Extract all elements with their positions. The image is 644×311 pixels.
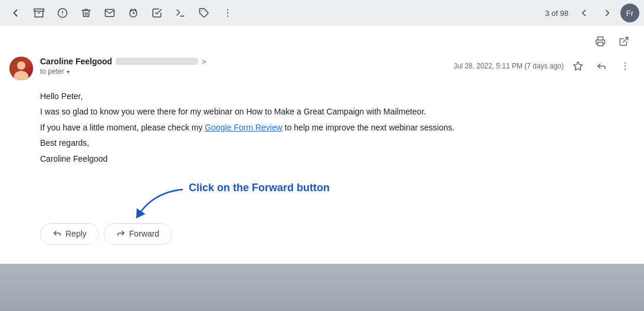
star-button[interactable] (569, 57, 587, 76)
forward-annotation: Click on the Forward button (0, 177, 644, 218)
to-text: to peter (40, 67, 64, 76)
email-actions-bar (0, 26, 644, 54)
next-email-button[interactable] (597, 2, 618, 24)
annotation-arrow (106, 186, 201, 219)
signature: Caroline Feelgood (40, 152, 604, 165)
email-container: Caroline Feelgood > to peter ▾ Jul 28, 2… (0, 26, 644, 264)
svg-line-14 (623, 37, 628, 42)
body-line2-after: to help me improve the next webinar sess… (282, 123, 455, 132)
more-email-options-button[interactable] (616, 57, 635, 76)
sender-email-end: > (202, 57, 206, 66)
print-button[interactable] (590, 31, 611, 52)
reply-button[interactable]: Reply (40, 223, 99, 245)
reply-header-button[interactable] (592, 57, 611, 76)
svg-point-10 (227, 9, 228, 11)
email-meta-right: Jul 28, 2022, 5:11 PM (7 days ago) (454, 57, 635, 76)
body-line2: If you have a little moment, please chec… (40, 121, 604, 134)
move-to-button[interactable] (170, 2, 191, 24)
to-row: to peter ▾ (40, 67, 446, 76)
forward-label: Forward (129, 229, 159, 238)
body-line2-before: If you have a little moment, please chec… (40, 123, 205, 132)
forward-icon (116, 228, 126, 240)
reply-label: Reply (65, 229, 87, 238)
sender-avatar (9, 57, 33, 80)
expand-recipients-icon[interactable]: ▾ (67, 68, 70, 75)
email-counter: 3 of 98 (545, 9, 569, 18)
closing: Best regards, (40, 136, 604, 149)
spam-button[interactable] (52, 2, 73, 24)
svg-marker-15 (574, 62, 583, 70)
back-button[interactable] (5, 2, 26, 24)
svg-point-12 (227, 15, 228, 17)
forward-button[interactable]: Forward (104, 223, 172, 245)
svg-rect-13 (598, 42, 603, 46)
label-button[interactable] (193, 2, 215, 24)
mark-unread-button[interactable] (99, 2, 120, 24)
user-account-button[interactable]: Fr (620, 4, 639, 22)
previous-email-button[interactable] (573, 2, 594, 24)
archive-button[interactable] (28, 2, 50, 24)
toolbar-right: 3 of 98 Fr (545, 2, 639, 24)
open-in-new-window-button[interactable] (613, 31, 635, 52)
add-task-button[interactable] (146, 2, 167, 24)
svg-rect-0 (34, 9, 44, 11)
email-reply-row: Reply Forward (0, 218, 644, 254)
email-body: Hello Peter, I was so glad to know you w… (0, 85, 644, 177)
svg-point-18 (625, 68, 626, 70)
sender-name: Caroline Feelgood (40, 57, 112, 66)
bg-bottom-image (0, 264, 644, 311)
reply-icon (52, 228, 62, 240)
annotation-text: Click on the Forward button (189, 182, 330, 194)
greeting: Hello Peter, (40, 90, 604, 103)
sender-name-row: Caroline Feelgood > (40, 57, 446, 66)
toolbar: 3 of 98 Fr (0, 0, 644, 26)
svg-point-11 (227, 12, 228, 14)
toolbar-left (5, 2, 545, 24)
google-form-link[interactable]: Google Form Review (205, 123, 282, 132)
delete-button[interactable] (75, 2, 97, 24)
snooze-button[interactable] (123, 2, 144, 24)
body-line1: I was so glad to know you were there for… (40, 105, 604, 118)
email-header: Caroline Feelgood > to peter ▾ Jul 28, 2… (0, 54, 644, 85)
email-date: Jul 28, 2022, 5:11 PM (7 days ago) (454, 62, 564, 70)
svg-point-17 (625, 66, 626, 67)
email-sender-info: Caroline Feelgood > to peter ▾ (40, 57, 446, 76)
svg-point-16 (625, 63, 626, 64)
more-options-button[interactable] (217, 2, 238, 24)
sender-email-blur (116, 58, 198, 65)
